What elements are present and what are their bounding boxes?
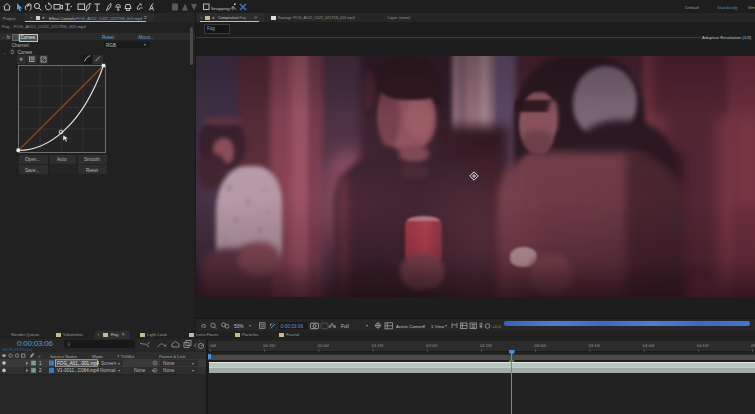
svg-text:01:15f: 01:15f (372, 343, 384, 348)
svg-text:00:15f: 00:15f (263, 343, 275, 348)
svg-text:02:15f: 02:15f (480, 343, 492, 348)
svg-text:▾: ▾ (192, 361, 194, 366)
svg-text:▾: ▾ (445, 324, 447, 328)
svg-text:Standard: Standard (717, 5, 735, 10)
svg-text:▾: ▾ (423, 324, 425, 328)
svg-text:50%: 50% (234, 324, 244, 329)
svg-text:Full: Full (341, 324, 349, 329)
svg-text:▾: ▾ (118, 368, 120, 373)
svg-text:≡: ≡ (735, 5, 738, 11)
svg-text:1: 1 (39, 361, 42, 366)
svg-text:02:00f: 02:00f (426, 343, 438, 348)
svg-text:04:00f: 04:00f (643, 343, 655, 348)
svg-text:None: None (163, 368, 175, 373)
svg-text:▾: ▾ (192, 368, 194, 373)
svg-text:01:00f: 01:00f (317, 343, 329, 348)
svg-text:Snapping: Snapping (211, 6, 230, 11)
svg-text:FOG_A01...001.mp4: FOG_A01...001.mp4 (57, 361, 100, 366)
svg-text::00f: :00f (209, 343, 217, 348)
svg-text:2: 2 (39, 368, 42, 373)
svg-text:1 View: 1 View (431, 324, 445, 329)
svg-text:▾: ▾ (249, 324, 251, 328)
svg-text:+0.0: +0.0 (492, 324, 501, 329)
svg-text:▾: ▾ (366, 324, 368, 328)
svg-text:None: None (134, 368, 146, 373)
svg-text:Active Camera: Active Camera (396, 324, 425, 329)
svg-text:05:00f: 05:00f (751, 343, 755, 348)
svg-text:0:00:03:06: 0:00:03:06 (281, 324, 304, 329)
svg-text:Sm: Sm (748, 5, 755, 10)
svg-text:V1-0011...C064.mp4: V1-0011...C064.mp4 (57, 368, 99, 373)
svg-text:None: None (163, 361, 175, 366)
svg-text:Normal: Normal (100, 368, 115, 373)
svg-text:03:15f: 03:15f (588, 343, 600, 348)
svg-text:04:15f: 04:15f (697, 343, 709, 348)
svg-text:03:00f: 03:00f (534, 343, 546, 348)
svg-text:▾: ▾ (118, 361, 120, 366)
svg-text:Screen: Screen (101, 361, 117, 366)
svg-text:Default: Default (685, 5, 700, 10)
